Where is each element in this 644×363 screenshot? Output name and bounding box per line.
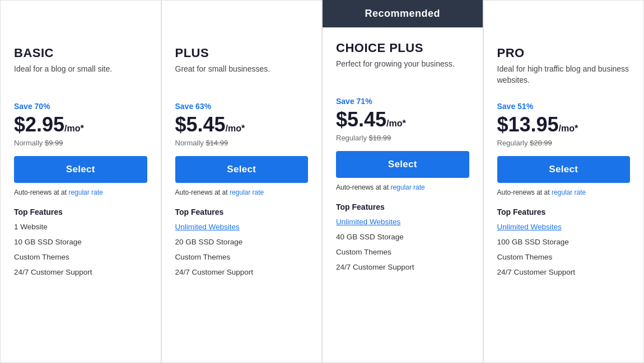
plan-name-choice-plus: CHOICE PLUS (336, 41, 469, 55)
list-item[interactable]: Unlimited Websites (175, 222, 309, 233)
list-item: Custom Themes (175, 252, 309, 263)
plan-inner-choice-plus: CHOICE PLUSPerfect for growing your busi… (323, 27, 483, 362)
plan-price-row-pro: $13.95/mo* (497, 113, 631, 136)
regular-rate-link-choice-plus[interactable]: regular rate (390, 183, 424, 191)
recommended-banner: Recommended (323, 0, 483, 27)
regular-rate-link-basic[interactable]: regular rate (68, 188, 102, 196)
plan-save-pro: Save 51% (497, 102, 631, 111)
list-item: 24/7 Customer Support (175, 267, 309, 278)
list-item: Custom Themes (14, 252, 147, 263)
list-item: 10 GB SSD Storage (14, 237, 147, 248)
regular-rate-link-pro[interactable]: regular rate (552, 188, 586, 196)
auto-renew-basic: Auto-renews at at regular rate (14, 188, 147, 196)
features-list-pro: Unlimited Websites100 GB SSD StorageCust… (497, 222, 631, 282)
plan-name-pro: PRO (497, 46, 631, 60)
plan-card-pro: PROIdeal for high traffic blog and busin… (483, 0, 645, 363)
plan-normal-price-basic: Normally $9.99 (14, 139, 147, 147)
list-item: 20 GB SSD Storage (175, 237, 309, 248)
plan-inner-basic: BASICIdeal for a blog or small site.Save… (1, 32, 161, 362)
plan-price-row-basic: $2.95/mo* (14, 113, 147, 136)
plan-card-basic: BASICIdeal for a blog or small site.Save… (0, 0, 161, 363)
plan-normal-price-pro: Regularly $28.99 (497, 139, 631, 147)
plan-save-choice-plus: Save 71% (336, 97, 469, 106)
plan-card-plus: PLUSGreat for small businesses.Save 63%$… (161, 0, 323, 363)
plan-save-plus: Save 63% (175, 102, 309, 111)
list-item: Custom Themes (336, 247, 469, 258)
list-item: 1 Website (14, 222, 147, 233)
plan-name-plus: PLUS (175, 46, 309, 60)
banner-placeholder (484, 1, 644, 32)
plan-price-mo-plus: /mo* (226, 124, 245, 134)
list-item: 40 GB SSD Storage (336, 232, 469, 243)
plan-price-main-basic: $2.95 (14, 113, 64, 136)
auto-renew-pro: Auto-renews at at regular rate (497, 188, 631, 196)
list-item: 24/7 Customer Support (14, 267, 147, 278)
plan-description-choice-plus: Perfect for growing your business. (336, 59, 469, 86)
banner-placeholder (1, 1, 161, 32)
plan-normal-price-choice-plus: Regularly $18.99 (336, 134, 469, 142)
features-list-basic: 1 Website10 GB SSD StorageCustom Themes2… (14, 222, 147, 282)
plan-price-row-plus: $5.45/mo* (175, 113, 309, 136)
select-button-basic[interactable]: Select (14, 156, 147, 183)
banner-placeholder (162, 1, 322, 32)
plan-price-row-choice-plus: $5.45/mo* (336, 108, 469, 131)
select-button-plus[interactable]: Select (175, 156, 309, 183)
plan-name-basic: BASIC (14, 46, 147, 60)
features-title-plus: Top Features (175, 208, 309, 216)
list-item[interactable]: Unlimited Websites (336, 217, 469, 228)
plan-price-main-choice-plus: $5.45 (336, 108, 386, 131)
list-item: Custom Themes (497, 252, 631, 263)
list-item: 24/7 Customer Support (497, 267, 631, 278)
regular-rate-link-plus[interactable]: regular rate (230, 188, 264, 196)
features-list-plus: Unlimited Websites20 GB SSD StorageCusto… (175, 222, 309, 282)
plan-price-mo-basic: /mo* (64, 124, 84, 134)
features-title-basic: Top Features (14, 208, 147, 216)
plan-description-basic: Ideal for a blog or small site. (14, 64, 147, 91)
list-item[interactable]: Unlimited Websites (497, 222, 631, 233)
pricing-container: BASICIdeal for a blog or small site.Save… (0, 0, 644, 363)
plan-description-pro: Ideal for high traffic blog and business… (497, 64, 631, 91)
list-item: 100 GB SSD Storage (497, 237, 631, 248)
plan-inner-pro: PROIdeal for high traffic blog and busin… (484, 32, 644, 362)
features-title-choice-plus: Top Features (336, 202, 469, 211)
select-button-pro[interactable]: Select (497, 156, 631, 183)
plan-price-mo-choice-plus: /mo* (386, 119, 406, 129)
select-button-choice-plus[interactable]: Select (336, 151, 469, 178)
plan-normal-price-plus: Normally $14.99 (175, 139, 309, 147)
plan-description-plus: Great for small businesses. (175, 64, 309, 91)
plan-price-main-pro: $13.95 (497, 113, 559, 136)
plan-price-main-plus: $5.45 (175, 113, 226, 136)
features-list-choice-plus: Unlimited Websites40 GB SSD StorageCusto… (336, 217, 469, 277)
plan-inner-plus: PLUSGreat for small businesses.Save 63%$… (162, 32, 322, 362)
list-item: 24/7 Customer Support (336, 262, 469, 273)
plan-save-basic: Save 70% (14, 102, 147, 111)
plan-price-mo-pro: /mo* (559, 124, 578, 134)
auto-renew-plus: Auto-renews at at regular rate (175, 188, 309, 196)
features-title-pro: Top Features (497, 208, 631, 216)
plan-card-choice-plus: RecommendedCHOICE PLUSPerfect for growin… (322, 0, 483, 363)
auto-renew-choice-plus: Auto-renews at at regular rate (336, 183, 469, 191)
